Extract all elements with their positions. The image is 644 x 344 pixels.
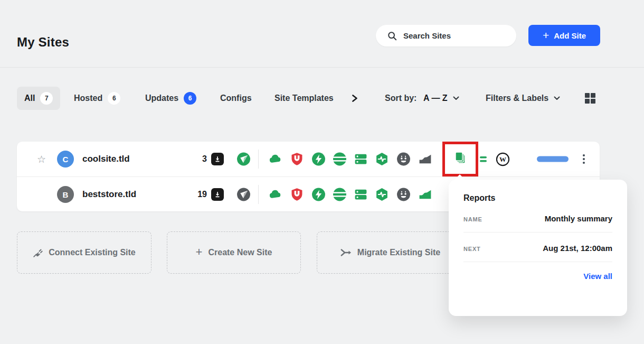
grid-view-icon[interactable] xyxy=(585,93,595,104)
smush-stripes-icon[interactable] xyxy=(333,152,347,166)
row-divider xyxy=(258,185,259,204)
uptime-pulse-icon[interactable] xyxy=(375,188,389,202)
tab-site-templates[interactable]: Site Templates xyxy=(274,87,334,110)
tab-updates-label: Updates xyxy=(145,94,178,103)
analytics-chart-icon[interactable] xyxy=(418,188,432,202)
wordpress-icon[interactable]: W xyxy=(496,152,510,166)
chevron-down-icon xyxy=(453,96,459,100)
tab-configs[interactable]: Configs xyxy=(220,87,252,110)
create-new-site-label: Create New Site xyxy=(208,248,272,257)
tab-configs-label: Configs xyxy=(220,94,252,103)
search-input[interactable] xyxy=(402,31,505,41)
updates-download-icon[interactable] xyxy=(211,153,224,165)
analytics-chart-icon[interactable] xyxy=(418,152,432,166)
field-label: NAME xyxy=(463,216,482,222)
forms-robot-icon[interactable] xyxy=(396,188,411,202)
connect-existing-site-label: Connect Existing Site xyxy=(49,248,135,257)
site-name[interactable]: coolsite.tld xyxy=(82,154,130,164)
hosting-cloud-icon[interactable] xyxy=(268,188,282,202)
performance-bolt-icon[interactable] xyxy=(311,152,326,166)
highlight-red-box xyxy=(442,142,478,176)
security-shield-icon[interactable] xyxy=(290,152,304,166)
tab-updates[interactable]: Updates 6 xyxy=(145,87,196,110)
reports-icon[interactable] xyxy=(453,151,468,168)
forms-robot-icon[interactable] xyxy=(396,152,411,166)
migrate-existing-site-button[interactable]: Migrate Existing Site xyxy=(317,231,463,274)
smush-stripes-icon[interactable] xyxy=(333,188,347,202)
tab-all[interactable]: All 7 xyxy=(17,87,60,110)
connect-existing-site-button[interactable]: Connect Existing Site xyxy=(17,231,151,274)
page-title: My Sites xyxy=(17,35,69,50)
sort-select[interactable]: A — Z xyxy=(423,87,459,110)
tab-hosted[interactable]: Hosted 6 xyxy=(74,87,120,110)
tab-updates-badge: 6 xyxy=(184,92,196,105)
hosting-cloud-icon[interactable] xyxy=(268,152,282,166)
filters-labels-label: Filters & Labels xyxy=(486,94,548,103)
view-all-link[interactable]: View all xyxy=(583,272,612,281)
updates-count: 3 xyxy=(185,154,207,164)
tabs-scroll-next[interactable] xyxy=(352,87,358,110)
row-menu-icon[interactable] xyxy=(583,154,585,164)
site-templates-label: Site Templates xyxy=(274,94,334,103)
performance-bolt-icon[interactable] xyxy=(311,188,326,202)
tab-all-label: All xyxy=(24,94,35,103)
plug-icon xyxy=(33,248,43,258)
uptime-pulse-icon[interactable] xyxy=(375,152,389,166)
plus-icon: + xyxy=(543,30,549,41)
reports-popover: Reports NAME Monthly summary NEXT Aug 21… xyxy=(449,180,627,316)
toolbar: All 7 Hosted 6 Updates 6 Configs Site Te… xyxy=(0,87,644,110)
seo-icon[interactable] xyxy=(236,152,251,166)
field-value: Aug 21st, 12:00am xyxy=(543,244,612,253)
popover-title: Reports xyxy=(463,193,612,203)
sort-by-label: Sort by: xyxy=(385,87,416,110)
seo-icon[interactable] xyxy=(236,188,251,202)
my-sites-page: My Sites + Add Site All 7 Hosted 6 Updat… xyxy=(0,0,644,344)
chevron-down-icon xyxy=(554,96,560,100)
plus-icon: + xyxy=(196,245,203,259)
site-name[interactable]: beststore.tld xyxy=(82,189,136,200)
migrate-arrow-icon xyxy=(340,248,352,257)
filters-labels-dropdown[interactable]: Filters & Labels xyxy=(486,87,560,110)
search-box[interactable] xyxy=(376,25,516,47)
security-shield-icon[interactable] xyxy=(290,188,304,202)
add-site-button[interactable]: + Add Site xyxy=(528,25,600,46)
site-avatar: B xyxy=(57,186,74,203)
site-avatar: C xyxy=(57,151,74,168)
tab-hosted-label: Hosted xyxy=(74,94,102,103)
search-icon xyxy=(387,31,397,41)
field-label: NEXT xyxy=(463,246,481,252)
svg-text:W: W xyxy=(499,155,506,163)
field-value: Monthly summary xyxy=(545,214,612,223)
chevron-right-icon xyxy=(352,95,358,102)
row-divider xyxy=(258,150,259,169)
tab-hosted-badge: 6 xyxy=(108,92,120,105)
popover-field-name: NAME Monthly summary xyxy=(463,203,612,233)
add-site-label: Add Site xyxy=(554,31,586,40)
favorite-star-icon[interactable]: ☆ xyxy=(37,154,46,164)
create-new-site-button[interactable]: + Create New Site xyxy=(167,231,301,274)
updates-download-icon[interactable] xyxy=(211,188,224,201)
tab-all-badge: 7 xyxy=(40,92,53,105)
server-database-icon[interactable] xyxy=(354,152,368,166)
sort-value: A — Z xyxy=(423,94,448,103)
popover-field-next: NEXT Aug 21st, 12:00am xyxy=(463,233,612,262)
site-row-coolsite[interactable]: ☆ C coolsite.tld 3 xyxy=(17,142,600,176)
sync-progress-pill xyxy=(537,156,569,162)
updates-count: 19 xyxy=(185,190,207,199)
header-divider xyxy=(0,67,644,68)
server-database-icon[interactable] xyxy=(354,188,368,202)
migrate-existing-site-label: Migrate Existing Site xyxy=(357,248,440,257)
